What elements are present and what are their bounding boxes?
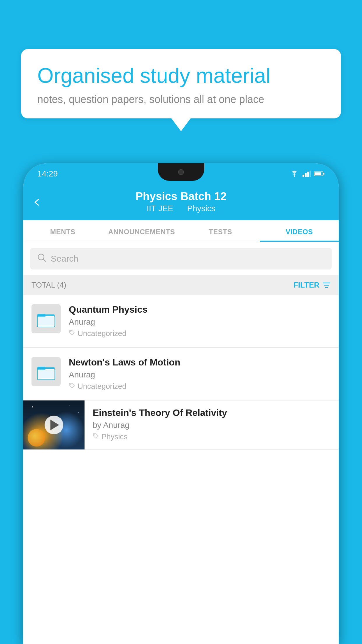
tag-icon — [69, 329, 75, 338]
folder-icon — [36, 309, 56, 329]
svg-rect-17 — [38, 370, 54, 378]
filter-button[interactable]: FILTER — [294, 281, 331, 290]
header-subtitle: IIT JEE Physics — [35, 204, 327, 213]
status-bar: 14:29 — [23, 163, 339, 184]
header-subtitle-part1: IIT JEE — [147, 204, 173, 213]
svg-rect-1 — [303, 175, 304, 177]
tab-bar: MENTS ANNOUNCEMENTS TESTS VIDEOS — [23, 220, 339, 242]
video-info: Newton's Laws of Motion Anurag Uncategor… — [69, 357, 331, 391]
bubble-title: Organised study material — [37, 63, 325, 88]
signal-icon — [303, 171, 311, 177]
video-tag: Uncategorized — [69, 329, 331, 338]
tag-label: Uncategorized — [78, 329, 126, 338]
video-author: Anurag — [69, 317, 331, 327]
svg-rect-11 — [37, 314, 45, 317]
svg-point-18 — [71, 384, 71, 385]
phone-inner: 14:29 — [23, 163, 339, 644]
folder-icon — [36, 361, 56, 382]
speech-bubble: Organised study material notes, question… — [21, 49, 341, 118]
wifi-icon — [290, 171, 299, 177]
svg-rect-12 — [38, 317, 54, 326]
tag-label: Uncategorized — [78, 382, 126, 391]
svg-rect-7 — [323, 173, 324, 175]
bubble-subtitle: notes, question papers, solutions all at… — [37, 93, 325, 106]
svg-point-8 — [38, 254, 44, 260]
notch — [158, 163, 204, 181]
camera-dot — [178, 169, 184, 175]
video-info: Quantum Physics Anurag Uncategorized — [69, 304, 331, 338]
tab-announcements[interactable]: ANNOUNCEMENTS — [102, 220, 181, 242]
search-icon — [37, 253, 46, 264]
app-body: Search TOTAL (4) FILTER — [23, 242, 339, 644]
search-input[interactable]: Search — [30, 248, 332, 270]
search-bar-container: Search — [23, 242, 339, 275]
phone-frame: 14:29 — [23, 163, 339, 644]
header-title: Physics Batch 12 — [35, 190, 327, 203]
svg-rect-16 — [37, 367, 45, 370]
tag-label: Physics — [101, 432, 128, 441]
video-list: Quantum Physics Anurag Uncategorized — [23, 295, 339, 450]
status-time: 14:29 — [37, 169, 58, 178]
status-icons — [290, 171, 325, 177]
svg-rect-2 — [305, 173, 307, 177]
search-placeholder: Search — [51, 254, 78, 264]
video-tag: Uncategorized — [69, 382, 331, 391]
svg-point-0 — [294, 176, 295, 177]
header-subtitle-part2: Physics — [187, 204, 215, 213]
battery-icon — [314, 171, 325, 176]
video-info: Einstein's Theory Of Relativity by Anura… — [85, 400, 339, 448]
tag-icon — [93, 432, 99, 441]
tag-icon — [69, 382, 75, 391]
video-author: Anurag — [69, 370, 331, 379]
svg-rect-4 — [310, 171, 311, 177]
video-thumbnail — [31, 304, 61, 333]
svg-point-13 — [71, 331, 71, 332]
play-button[interactable] — [45, 416, 63, 434]
total-label: TOTAL (4) — [31, 281, 66, 290]
app-header: Physics Batch 12 IIT JEE Physics — [23, 184, 339, 220]
video-title: Newton's Laws of Motion — [69, 357, 331, 368]
video-title: Einstein's Theory Of Relativity — [93, 407, 331, 418]
list-item[interactable]: Einstein's Theory Of Relativity by Anura… — [23, 400, 339, 450]
play-icon — [50, 420, 59, 430]
filter-bar: TOTAL (4) FILTER — [23, 275, 339, 295]
tab-tests[interactable]: TESTS — [181, 220, 260, 242]
tab-ments[interactable]: MENTS — [23, 220, 102, 242]
filter-label: FILTER — [294, 281, 319, 290]
video-title: Quantum Physics — [69, 304, 331, 315]
list-item[interactable]: Quantum Physics Anurag Uncategorized — [23, 295, 339, 348]
video-thumbnail — [31, 357, 61, 386]
list-item[interactable]: Newton's Laws of Motion Anurag Uncategor… — [23, 348, 339, 400]
video-tag: Physics — [93, 432, 331, 441]
svg-point-19 — [94, 435, 95, 435]
back-button[interactable] — [33, 196, 41, 209]
svg-rect-3 — [307, 172, 309, 177]
svg-rect-6 — [315, 172, 321, 175]
einstein-thumbnail — [23, 400, 85, 449]
tab-videos[interactable]: VIDEOS — [260, 220, 339, 242]
filter-icon — [322, 281, 331, 289]
video-author: by Anurag — [93, 421, 331, 430]
